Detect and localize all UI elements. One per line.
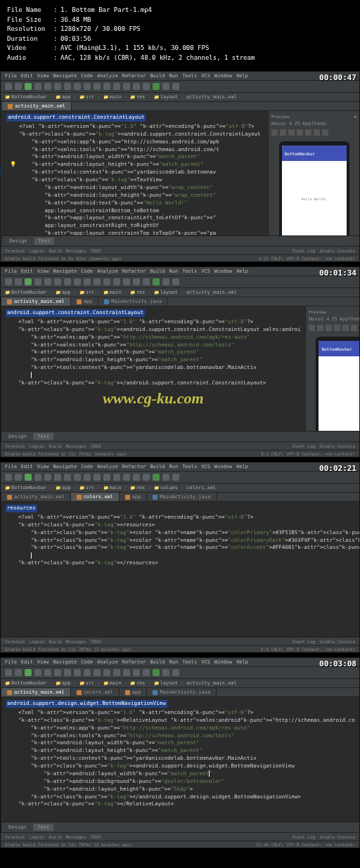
menu-item[interactable]: Tools [182,659,197,665]
breadcrumb-item[interactable]: app [56,680,71,686]
menu-item[interactable]: Window [214,73,232,79]
editor-tab[interactable]: activity_main.xml [2,102,72,110]
paste-icon[interactable] [94,83,101,90]
menu-item[interactable]: VCS [201,464,210,469]
tool-tab[interactable]: Build [49,639,62,644]
menu-item[interactable]: Window [214,464,232,469]
build-icon[interactable] [143,669,150,676]
tool-tab[interactable]: Gradle Console [319,639,355,644]
view-tab[interactable]: Design [4,433,30,440]
breadcrumb-item[interactable]: src [79,485,95,491]
preview-tool-icon[interactable] [326,325,332,331]
open-icon[interactable] [5,278,12,285]
tool-tab[interactable]: Logcat [30,443,45,448]
breadcrumb-item[interactable]: app [56,94,71,100]
preview-tool-icon[interactable] [314,129,320,136]
preview-tool-icon[interactable] [351,325,357,331]
menu-item[interactable]: Analyze [97,464,118,469]
save-icon[interactable] [15,669,22,676]
breadcrumb-item[interactable]: main [103,485,122,491]
sep-icon[interactable] [64,669,71,676]
menu-item[interactable]: File [5,464,17,469]
cut-icon[interactable] [74,474,81,481]
build-icon[interactable] [143,474,150,481]
breadcrumb-item[interactable]: main [103,290,122,295]
preview-config[interactable]: Nexus 4 [271,121,292,127]
menu-item[interactable]: Refactor [122,659,146,665]
editor-tab[interactable]: activity_main.xml [1,688,71,697]
menu-item[interactable]: Build [150,73,165,79]
editor-tab[interactable]: activity_main.xml [1,297,71,306]
sep-icon[interactable] [103,669,110,676]
menu-item[interactable]: Build [150,464,165,469]
sync-icon[interactable] [25,83,32,90]
preview-tool-icon[interactable] [271,129,278,136]
menu-item[interactable]: Navigate [53,268,77,274]
open-icon[interactable] [5,474,12,481]
preview-tool-icon[interactable] [288,129,295,136]
sep-icon[interactable] [64,83,71,90]
menu-item[interactable]: Code [81,73,93,79]
preview-config[interactable]: AppTheme [340,316,360,322]
undo-icon[interactable] [44,669,51,676]
stop-icon[interactable] [172,474,179,481]
redo-icon[interactable] [54,83,61,90]
debug-icon[interactable] [162,474,169,481]
run-icon[interactable] [153,669,160,676]
menu-item[interactable]: Build [150,659,165,665]
tool-tab[interactable]: Event Log [292,639,316,644]
tool-tab[interactable]: Build [49,834,62,839]
cut-icon[interactable] [74,83,81,90]
tool-tab[interactable]: Messages [66,834,86,839]
menu-item[interactable]: View [37,464,49,469]
sep-icon[interactable] [133,83,140,90]
sep-icon[interactable] [133,278,140,285]
redo-icon[interactable] [54,474,61,481]
undo-icon[interactable] [44,83,51,90]
menu-item[interactable]: Navigate [53,659,77,665]
cut-icon[interactable] [74,278,81,285]
breadcrumb-item[interactable]: layout [154,680,178,686]
tool-tab[interactable]: Messages [66,248,86,253]
tool-tab[interactable]: Messages [66,443,86,448]
view-tab[interactable]: Design [4,824,30,831]
breadcrumb-item[interactable]: res [130,680,146,686]
fwd-icon[interactable] [123,669,130,676]
sync-icon[interactable] [25,278,32,285]
redo-icon[interactable] [54,669,61,676]
menu-item[interactable]: Window [214,268,232,274]
editor-tab[interactable]: app [71,297,99,306]
tool-tab[interactable]: TODO [91,834,101,839]
sync-icon[interactable] [25,669,32,676]
debug-icon[interactable] [162,669,169,676]
code-editor[interactable]: resources<?xml "k-attr">version"k-punc">… [1,502,360,637]
back-icon[interactable] [113,278,120,285]
breadcrumb-item[interactable]: main [103,680,122,686]
menu-item[interactable]: Navigate [53,73,77,79]
preview-config[interactable]: AppTheme [302,121,326,127]
tool-tab[interactable]: TODO [91,248,101,253]
breadcrumb-item[interactable]: res [130,94,146,100]
cut-icon[interactable] [74,669,81,676]
menu-item[interactable]: Run [169,268,178,274]
sep-icon[interactable] [103,474,110,481]
breadcrumb-item[interactable]: BottomNavbar [5,94,47,100]
menu-item[interactable]: Tools [182,464,197,469]
tool-tab[interactable]: TODO [91,443,101,448]
sep-icon[interactable] [34,83,41,90]
preview-tool-icon[interactable] [309,325,315,331]
back-icon[interactable] [113,83,120,90]
menu-item[interactable]: Help [236,659,248,665]
menu-item[interactable]: Run [169,464,178,469]
save-icon[interactable] [15,278,22,285]
run-icon[interactable] [153,83,160,90]
editor-tab[interactable]: app [120,688,148,697]
editor-tab[interactable]: MainActivity.java [98,297,168,306]
tool-tab[interactable]: Gradle Console [319,443,355,448]
stop-icon[interactable] [172,669,179,676]
menu-item[interactable]: File [5,73,17,79]
build-icon[interactable] [143,83,150,90]
view-tab[interactable]: Text [33,433,53,440]
editor-tab[interactable]: MainActivity.java [147,493,217,501]
menu-item[interactable]: Refactor [122,464,146,469]
